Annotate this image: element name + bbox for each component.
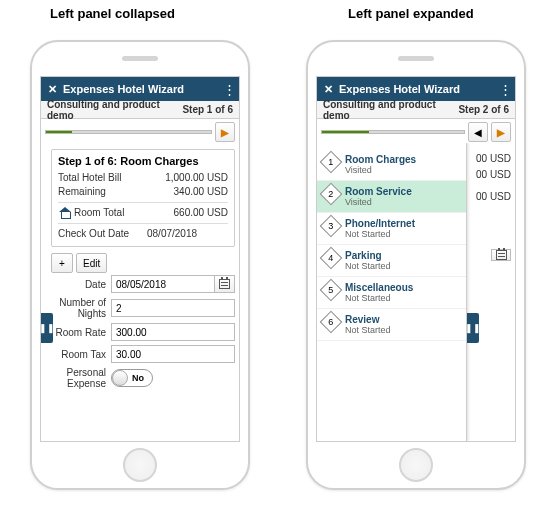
- screen-collapsed: ✕ Expenses Hotel Wizard ⋮ Consulting and…: [40, 76, 240, 442]
- step-item-review[interactable]: 6 ReviewNot Started: [317, 309, 466, 341]
- toolbar: + Edit: [51, 253, 235, 273]
- tax-input[interactable]: [111, 345, 235, 363]
- kebab-menu-icon[interactable]: ⋮: [499, 82, 511, 97]
- progress-row: ▶: [41, 119, 239, 146]
- app-title: Expenses Hotel Wizard: [335, 83, 499, 95]
- progress-row: ◀ ▶: [317, 119, 515, 146]
- content-area: Step 1 of 6: Room Charges Total Hotel Bi…: [41, 143, 239, 441]
- step-name: Room Service: [345, 186, 460, 197]
- personal-expense-toggle[interactable]: No: [111, 369, 153, 387]
- nights-input[interactable]: [111, 299, 235, 317]
- step-number-badge: 4: [320, 247, 343, 270]
- step-number-badge: 1: [320, 151, 343, 174]
- step-item-room-service[interactable]: 2 Room ServiceVisited: [317, 181, 466, 213]
- rate-input[interactable]: [111, 323, 235, 341]
- step-status: Visited: [345, 197, 460, 207]
- home-icon: [58, 207, 72, 219]
- total-bill-label: Total Hotel Bill: [58, 171, 165, 185]
- step-item-phone-internet[interactable]: 3 Phone/InternetNot Started: [317, 213, 466, 245]
- screen-expanded: ✕ Expenses Hotel Wizard ⋮ Consulting and…: [316, 76, 516, 442]
- step-item-parking[interactable]: 4 ParkingNot Started: [317, 245, 466, 277]
- room-total-value: 660.00 USD: [174, 206, 228, 220]
- total-bill-value: 1,000.00 USD: [165, 171, 228, 185]
- step-number-badge: 3: [320, 215, 343, 238]
- step-number-badge: 6: [320, 311, 343, 334]
- expand-panel-handle[interactable]: ❚❚: [41, 313, 53, 343]
- phone-expanded: ✕ Expenses Hotel Wizard ⋮ Consulting and…: [306, 40, 526, 490]
- steps-panel: 1 Room ChargesVisited 2 Room ServiceVisi…: [317, 143, 467, 441]
- close-icon[interactable]: ✕: [45, 83, 59, 96]
- bg-val2: 00 USD: [476, 167, 511, 183]
- checkout-value: 08/07/2018: [139, 227, 228, 241]
- phone-home-button: [123, 448, 157, 482]
- nights-label: Number of Nights: [55, 297, 111, 319]
- step-number-badge: 2: [320, 183, 343, 206]
- subtitle: Consulting and product demo: [323, 99, 458, 121]
- step-name: Parking: [345, 250, 460, 261]
- calendar-button[interactable]: [215, 275, 235, 293]
- phone-home-button: [399, 448, 433, 482]
- collapse-panel-handle[interactable]: ❚❚: [467, 313, 479, 343]
- sub-bar: Consulting and product demo Step 2 of 6: [317, 101, 515, 119]
- calendar-icon: [496, 250, 507, 260]
- bg-val3: 00 USD: [476, 189, 511, 205]
- room-total-label: Room Total: [58, 206, 174, 220]
- phone-earpiece: [398, 56, 434, 61]
- step-item-room-charges[interactable]: 1 Room ChargesVisited: [317, 149, 466, 181]
- progress-bar: [45, 130, 212, 134]
- step-name: Miscellaneous: [345, 282, 460, 293]
- close-icon[interactable]: ✕: [321, 83, 335, 96]
- calendar-button[interactable]: [491, 249, 511, 261]
- phone-earpiece: [122, 56, 158, 61]
- form: Date Number of Nights Room Rate Room Tax: [55, 275, 235, 389]
- summary-card: Step 1 of 6: Room Charges Total Hotel Bi…: [51, 149, 235, 247]
- step-name: Room Charges: [345, 154, 460, 165]
- app-title: Expenses Hotel Wizard: [59, 83, 223, 95]
- phone-collapsed: ✕ Expenses Hotel Wizard ⋮ Consulting and…: [30, 40, 250, 490]
- edit-button[interactable]: Edit: [76, 253, 107, 273]
- step-name: Phone/Internet: [345, 218, 460, 229]
- caption-expanded: Left panel expanded: [348, 6, 474, 21]
- step-indicator: Step 2 of 6: [458, 104, 509, 115]
- content-area: 00 USD 00 USD 00 USD 1 Room ChargesVisit…: [317, 143, 515, 441]
- next-button[interactable]: ▶: [215, 122, 235, 142]
- progress-bar: [321, 130, 465, 134]
- step-indicator: Step 1 of 6: [182, 104, 233, 115]
- step-status: Not Started: [345, 261, 460, 271]
- calendar-icon: [219, 279, 230, 289]
- step-status: Not Started: [345, 229, 460, 239]
- remaining-value: 340.00 USD: [174, 185, 228, 199]
- next-button[interactable]: ▶: [491, 122, 511, 142]
- app-bar: ✕ Expenses Hotel Wizard ⋮: [317, 77, 515, 101]
- remaining-label: Remaining: [58, 185, 174, 199]
- subtitle: Consulting and product demo: [47, 99, 182, 121]
- date-input[interactable]: [111, 275, 215, 293]
- step-status: Not Started: [345, 325, 460, 335]
- bg-val1: 00 USD: [476, 151, 511, 167]
- step-status: Visited: [345, 165, 460, 175]
- step-status: Not Started: [345, 293, 460, 303]
- checkout-label: Check Out Date: [58, 227, 139, 241]
- card-heading: Step 1 of 6: Room Charges: [58, 155, 228, 167]
- step-item-miscellaneous[interactable]: 5 MiscellaneousNot Started: [317, 277, 466, 309]
- step-name: Review: [345, 314, 460, 325]
- date-label: Date: [55, 279, 111, 290]
- personal-label: Personal Expense: [55, 367, 111, 389]
- sub-bar: Consulting and product demo Step 1 of 6: [41, 101, 239, 119]
- rate-label: Room Rate: [55, 327, 111, 338]
- app-bar: ✕ Expenses Hotel Wizard ⋮: [41, 77, 239, 101]
- tax-label: Room Tax: [55, 349, 111, 360]
- caption-collapsed: Left panel collapsed: [50, 6, 175, 21]
- prev-button[interactable]: ◀: [468, 122, 488, 142]
- kebab-menu-icon[interactable]: ⋮: [223, 82, 235, 97]
- add-button[interactable]: +: [51, 253, 73, 273]
- step-number-badge: 5: [320, 279, 343, 302]
